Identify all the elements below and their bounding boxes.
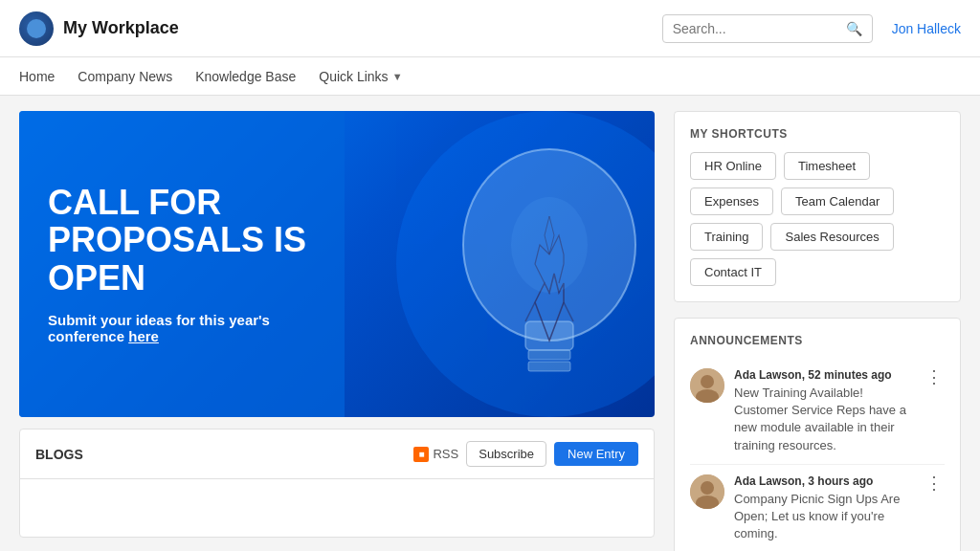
hero-banner: CALL FOR PROPOSALS IS OPEN Submit your i…	[19, 111, 655, 417]
user-name[interactable]: Jon Halleck	[892, 21, 961, 36]
nav-item-company-news[interactable]: Company News	[78, 69, 172, 84]
shortcuts-title: MY SHORTCUTS	[690, 127, 945, 141]
avatar	[690, 474, 724, 509]
announcement-menu-icon[interactable]: ⋮	[924, 474, 945, 492]
search-input[interactable]	[673, 21, 846, 36]
blogs-header: BLOGS ■ RSS Subscribe New Entry	[20, 430, 654, 479]
svg-rect-3	[528, 350, 570, 360]
app-title: My Workplace	[63, 18, 179, 38]
avatar	[690, 368, 724, 403]
header-left: My Workplace	[19, 11, 179, 46]
blogs-title: BLOGS	[35, 447, 413, 462]
header-right: 🔍 Jon Halleck	[662, 14, 961, 43]
blogs-section: BLOGS ■ RSS Subscribe New Entry	[19, 429, 655, 538]
blogs-content	[20, 479, 654, 537]
announcement-text: Company Picnic Sign Ups Are Open; Let us…	[734, 491, 914, 543]
svg-point-7	[511, 197, 588, 293]
blogs-actions: ■ RSS Subscribe New Entry	[413, 441, 638, 467]
svg-point-9	[701, 375, 714, 388]
announcement-meta: Ada Lawson, 3 hours ago	[734, 474, 914, 488]
left-column: CALL FOR PROPOSALS IS OPEN Submit your i…	[19, 111, 655, 551]
svg-rect-4	[528, 362, 570, 371]
announcement-meta: Ada Lawson, 52 minutes ago	[734, 368, 914, 382]
app-header: My Workplace 🔍 Jon Halleck	[0, 0, 980, 57]
subscribe-button[interactable]: Subscribe	[466, 441, 546, 467]
app-logo	[19, 11, 54, 46]
nav-item-quick-links[interactable]: Quick Links ▼	[319, 69, 402, 84]
hero-subtitle: Submit your ideas for this year's confer…	[48, 312, 316, 344]
chevron-down-icon: ▼	[392, 71, 403, 82]
shortcut-expenses[interactable]: Expenses	[690, 187, 773, 215]
svg-rect-2	[525, 321, 573, 350]
announcements-title: ANNOUNCEMENTS	[690, 334, 945, 347]
right-column: MY SHORTCUTS HR Online Timesheet Expense…	[674, 111, 961, 551]
nav-item-home[interactable]: Home	[19, 69, 55, 84]
shortcuts-card: MY SHORTCUTS HR Online Timesheet Expense…	[674, 111, 961, 302]
hero-title: CALL FOR PROPOSALS IS OPEN	[48, 184, 316, 298]
shortcut-team-calendar[interactable]: Team Calendar	[781, 187, 894, 215]
announcement-item: Ada Lawson, 3 hours ago Company Picnic S…	[690, 465, 945, 551]
shortcut-training[interactable]: Training	[690, 223, 763, 251]
rss-link[interactable]: ■ RSS	[413, 447, 458, 462]
shortcuts-grid: HR Online Timesheet Expenses Team Calend…	[690, 152, 945, 286]
search-bar[interactable]: 🔍	[662, 14, 873, 43]
announcement-body: Ada Lawson, 52 minutes ago New Training …	[734, 368, 914, 454]
hero-text: CALL FOR PROPOSALS IS OPEN Submit your i…	[19, 111, 345, 417]
new-entry-button[interactable]: New Entry	[554, 442, 638, 466]
shortcut-contact-it[interactable]: Contact IT	[690, 258, 776, 286]
announcement-text: New Training Available! Customer Service…	[734, 385, 914, 454]
logo-inner	[27, 19, 46, 38]
hero-link[interactable]: here	[128, 328, 159, 344]
svg-point-12	[701, 481, 714, 495]
main-content: CALL FOR PROPOSALS IS OPEN Submit your i…	[0, 96, 980, 551]
nav-item-knowledge-base[interactable]: Knowledge Base	[195, 69, 296, 84]
announcement-menu-icon[interactable]: ⋮	[924, 368, 945, 386]
shortcut-hr-online[interactable]: HR Online	[690, 152, 776, 180]
announcements-card: ANNOUNCEMENTS Ada Lawson, 52 minutes ago…	[674, 318, 961, 551]
main-nav: Home Company News Knowledge Base Quick L…	[0, 57, 980, 96]
shortcut-sales-resources[interactable]: Sales Resources	[770, 223, 893, 251]
search-icon: 🔍	[846, 21, 862, 36]
rss-icon: ■	[413, 447, 429, 462]
shortcut-timesheet[interactable]: Timesheet	[784, 152, 870, 180]
announcement-item: Ada Lawson, 52 minutes ago New Training …	[690, 359, 945, 465]
bulb-svg	[348, 111, 655, 417]
announcement-body: Ada Lawson, 3 hours ago Company Picnic S…	[734, 474, 914, 543]
